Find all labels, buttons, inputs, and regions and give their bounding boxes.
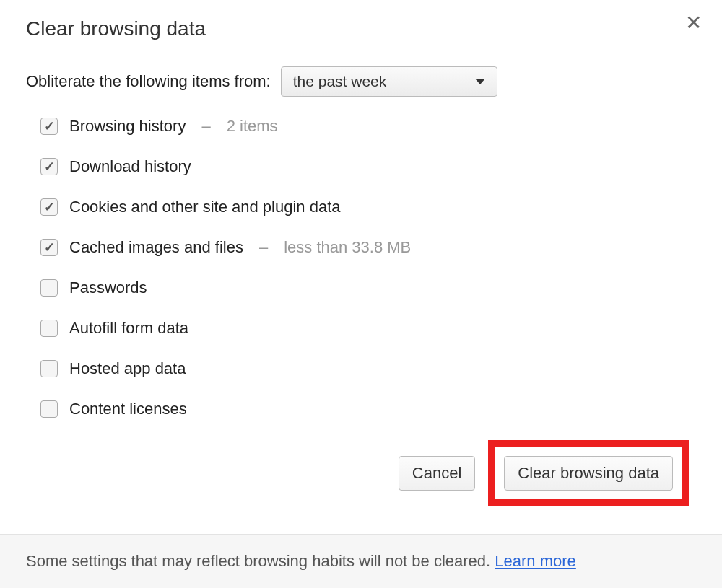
option-hosted-app: Hosted app data [40, 359, 696, 378]
option-label: Hosted app data [69, 359, 186, 378]
dropdown-value: the past week [293, 73, 387, 90]
dialog-buttons: Cancel Clear browsing data [26, 440, 696, 506]
option-content-licenses: Content licenses [40, 400, 696, 418]
footer-text: Some settings that may reflect browsing … [26, 552, 490, 570]
chevron-down-icon [475, 79, 485, 84]
checkbox-cookies[interactable] [40, 198, 58, 216]
checkbox-passwords[interactable] [40, 279, 58, 297]
close-icon[interactable]: ✕ [685, 13, 702, 33]
checkbox-cached[interactable] [40, 239, 58, 256]
checkbox-browsing-history[interactable] [40, 118, 58, 135]
option-browsing-history: Browsing history – 2 items [40, 117, 696, 136]
option-label: Content licenses [69, 400, 187, 418]
dialog-title: Clear browsing data [26, 17, 206, 40]
time-range-row: Obliterate the following items from: the… [26, 66, 696, 97]
dialog-header: Clear browsing data ✕ [26, 17, 696, 40]
checkbox-content-licenses[interactable] [40, 400, 58, 418]
option-label: Cached images and files [69, 238, 243, 257]
options-list: Browsing history – 2 items Download hist… [40, 117, 696, 418]
option-autofill: Autofill form data [40, 319, 696, 338]
obliterate-label: Obliterate the following items from: [26, 72, 271, 91]
checkbox-download-history[interactable] [40, 158, 58, 175]
clear-browsing-data-dialog: Clear browsing data ✕ Obliterate the fol… [0, 0, 722, 506]
option-detail: less than 33.8 MB [284, 238, 411, 257]
detail-separator: – [201, 117, 210, 136]
option-label: Cookies and other site and plugin data [69, 198, 340, 216]
checkbox-autofill[interactable] [40, 320, 58, 337]
option-label: Browsing history [69, 117, 186, 136]
option-cookies: Cookies and other site and plugin data [40, 198, 696, 216]
option-label: Download history [69, 157, 191, 176]
highlight-annotation: Clear browsing data [488, 440, 689, 506]
dialog-footer: Some settings that may reflect browsing … [0, 534, 722, 588]
cancel-button[interactable]: Cancel [399, 456, 475, 491]
option-label: Passwords [69, 278, 147, 297]
option-download-history: Download history [40, 157, 696, 176]
time-range-dropdown[interactable]: the past week [281, 66, 497, 97]
option-cached: Cached images and files – less than 33.8… [40, 238, 696, 257]
option-detail: 2 items [227, 117, 278, 136]
option-label: Autofill form data [69, 319, 188, 338]
clear-browsing-data-button[interactable]: Clear browsing data [504, 456, 673, 491]
checkbox-hosted-app[interactable] [40, 360, 58, 377]
detail-separator: – [259, 238, 268, 257]
option-passwords: Passwords [40, 278, 696, 297]
learn-more-link[interactable]: Learn more [495, 552, 576, 570]
